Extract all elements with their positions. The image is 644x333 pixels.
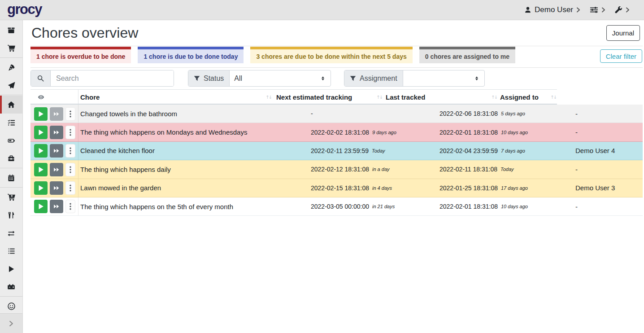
chore-name[interactable]: Lawn mowed in the garden: [80, 179, 161, 197]
sort-icon[interactable]: ↑↓: [491, 90, 497, 104]
row-menu-button[interactable]: [65, 181, 75, 195]
journal-button[interactable]: Journal: [606, 25, 640, 41]
equipment-icon: [7, 155, 15, 162]
chore-name[interactable]: The thing which happens daily: [80, 160, 171, 178]
last-tracked-ago: 5 days ago: [501, 111, 525, 116]
sidebar-divider: [0, 57, 22, 58]
main-content: Chores overview Journal 1 chore is overd…: [23, 20, 644, 333]
divider: [30, 67, 643, 68]
sidebar-divider: [0, 168, 22, 168]
chore-name[interactable]: The thing which happens on the 5th of ev…: [80, 197, 233, 215]
assigned-to-value: Demo User 3: [575, 179, 615, 197]
table-body: Changed towels in the bathroom-2022-02-0…: [30, 105, 643, 216]
banner-assigned[interactable]: 0 chores are assigned to me: [419, 47, 515, 63]
skip-chore-button[interactable]: [50, 163, 63, 176]
last-tracked-ago: Today: [500, 166, 514, 172]
assigned-to-value: -: [575, 123, 578, 141]
settings-sliders-icon[interactable]: [590, 6, 598, 13]
sidebar-item-user[interactable]: [0, 297, 22, 315]
row-menu-button[interactable]: [65, 200, 75, 213]
sidebar-item-chores[interactable]: [0, 96, 22, 114]
next-tracking-value: -: [311, 110, 313, 117]
transfer-icon: [7, 230, 15, 237]
user-menu[interactable]: Demo User: [535, 5, 573, 14]
last-tracked-ago: 7 days ago: [501, 148, 525, 153]
skip-chore-button[interactable]: [50, 200, 63, 213]
sidebar-item-tasks[interactable]: [0, 114, 22, 131]
row-menu-button[interactable]: [65, 126, 75, 139]
skip-chore-button[interactable]: [50, 181, 63, 195]
next-tracking-value: 2022-02-02 18:31:08: [311, 129, 369, 136]
batteries-icon: [7, 137, 16, 144]
sidebar-item-transfer[interactable]: [0, 224, 22, 242]
chore-tracking-icon: [8, 265, 15, 273]
sidebar-item-inventory[interactable]: [0, 242, 22, 260]
track-chore-button[interactable]: [34, 200, 48, 213]
sidebar-item-chore-tracking[interactable]: [0, 260, 22, 278]
sidebar-item-shopping-cart[interactable]: [0, 39, 22, 57]
sidebar-item-stock[interactable]: [0, 21, 22, 39]
row-menu-button[interactable]: [65, 163, 75, 176]
sidebar-item-consume[interactable]: [0, 206, 22, 224]
sidebar-item-batteries[interactable]: [0, 131, 22, 149]
tasks-icon: [8, 119, 15, 126]
track-chore-button[interactable]: [34, 181, 48, 195]
search-input[interactable]: [51, 70, 174, 86]
next-tracking-value: 2022-02-11 23:59:59: [311, 147, 369, 154]
sidebar-item-calendar[interactable]: [0, 169, 22, 187]
track-chore-button[interactable]: [34, 107, 48, 121]
chore-row: The thing which happens on the 5th of ev…: [30, 197, 643, 216]
eye-icon[interactable]: [38, 90, 44, 104]
last-tracked-value: 2022-02-06 18:31:08: [439, 110, 498, 117]
next-tracking-ago: Today: [372, 148, 385, 153]
chore-row: The thing which happens on Mondays and W…: [30, 123, 643, 141]
track-chore-button[interactable]: [34, 163, 48, 176]
chores-icon: [7, 101, 15, 109]
banner-overdue[interactable]: 1 chore is overdue to be done: [30, 47, 131, 63]
chore-name[interactable]: Cleaned the kitchen floor: [80, 142, 155, 160]
banner-due-soon[interactable]: 3 chores are due to be done within the n…: [250, 47, 412, 63]
skip-chore-button[interactable]: [50, 144, 63, 158]
last-tracked-value: 2022-02-11 18:31:08: [439, 166, 497, 173]
next-tracking-value: 2022-02-15 18:31:08: [311, 184, 369, 192]
last-tracked-value: 2022-02-04 23:59:59: [439, 147, 498, 154]
filter-bar: Status All Assignment: [23, 70, 644, 87]
column-header-last[interactable]: Last tracked: [386, 90, 425, 104]
track-chore-button[interactable]: [34, 126, 48, 139]
sidebar-item-meal-plan[interactable]: [0, 76, 22, 94]
sidebar-item-recipes[interactable]: [0, 58, 22, 76]
user-icon: [524, 6, 531, 13]
clear-filter-button[interactable]: Clear filter: [600, 49, 642, 63]
sort-icon[interactable]: ↑↓: [550, 90, 556, 104]
filter-icon: [194, 75, 200, 82]
column-header-chore[interactable]: Chore: [80, 90, 100, 104]
wrench-icon[interactable]: [615, 6, 622, 14]
sidebar-item-purchase[interactable]: [0, 188, 22, 206]
assigned-to-value: -: [575, 105, 578, 123]
skip-chore-button[interactable]: [50, 126, 63, 139]
sidebar-item-battery-tracking[interactable]: [0, 278, 22, 296]
sort-icon[interactable]: ↑↓: [265, 90, 271, 104]
sidebar-item-equipment[interactable]: [0, 149, 22, 167]
column-header-assigned[interactable]: Assigned to: [500, 90, 539, 104]
assigned-to-value: -: [575, 160, 578, 178]
last-tracked-ago: 10 days ago: [501, 130, 528, 135]
top-navbar: grocy Demo User: [0, 0, 644, 20]
assignment-select[interactable]: [403, 70, 484, 86]
next-tracking-ago: in a day: [372, 166, 390, 172]
status-select[interactable]: All: [230, 70, 331, 86]
next-tracking-ago: in 4 days: [372, 185, 392, 191]
meal-plan-icon: [8, 82, 15, 89]
row-menu-button[interactable]: [65, 107, 75, 121]
row-menu-button[interactable]: [65, 144, 75, 158]
grocy-logo[interactable]: grocy: [7, 1, 42, 18]
banner-due-today[interactable]: 1 chore is due to be done today: [138, 47, 244, 63]
recipes-icon: [8, 64, 15, 71]
chore-name[interactable]: Changed towels in the bathroom: [80, 105, 177, 123]
chore-name[interactable]: The thing which happens on Mondays and W…: [80, 123, 247, 141]
column-header-next[interactable]: Next estimated tracking: [276, 90, 352, 104]
sort-icon[interactable]: ↑↓: [376, 90, 382, 104]
last-tracked-ago: 10 days ago: [501, 204, 528, 209]
sidebar-collapse-toggle[interactable]: [0, 313, 22, 333]
track-chore-button[interactable]: [34, 144, 48, 158]
